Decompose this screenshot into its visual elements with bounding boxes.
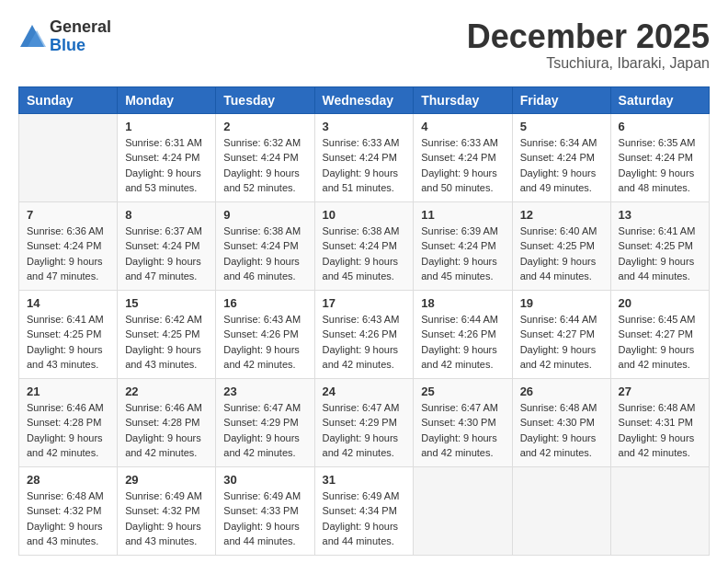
day-number: 25 [421,385,504,398]
title-block: December 2025 Tsuchiura, Ibaraki, Japan [467,18,710,72]
day-info: Sunrise: 6:46 AMSunset: 4:28 PMDaylight:… [125,400,208,461]
logo: General Blue [18,18,111,55]
day-info: Sunrise: 6:37 AMSunset: 4:24 PMDaylight:… [125,224,208,284]
calendar-cell: 9Sunrise: 6:38 AMSunset: 4:24 PMDaylight… [216,201,314,290]
logo-blue: Blue [50,37,111,55]
day-info: Sunrise: 6:35 AMSunset: 4:24 PMDaylight:… [619,135,701,196]
day-info: Sunrise: 6:40 AMSunset: 4:25 PMDaylight:… [520,224,603,284]
day-number: 2 [223,120,306,133]
day-number: 16 [223,296,306,310]
calendar-cell: 3Sunrise: 6:33 AMSunset: 4:24 PMDaylight… [314,113,414,201]
calendar-cell: 5Sunrise: 6:34 AMSunset: 4:24 PMDaylight… [512,113,610,201]
day-info: Sunrise: 6:47 AMSunset: 4:29 PMDaylight:… [223,400,306,461]
day-number: 23 [223,385,306,398]
calendar-cell: 25Sunrise: 6:47 AMSunset: 4:30 PMDayligh… [414,378,512,466]
day-info: Sunrise: 6:32 AMSunset: 4:24 PMDaylight:… [223,135,306,196]
day-number: 20 [619,296,701,310]
day-number: 28 [27,473,109,487]
day-info: Sunrise: 6:48 AMSunset: 4:31 PMDaylight:… [619,400,701,461]
logo-general: General [50,18,111,37]
day-number: 4 [421,120,504,133]
day-info: Sunrise: 6:43 AMSunset: 4:26 PMDaylight:… [223,312,306,373]
day-info: Sunrise: 6:31 AMSunset: 4:24 PMDaylight:… [125,135,208,196]
calendar-week-row: 7Sunrise: 6:36 AMSunset: 4:24 PMDaylight… [19,201,710,290]
calendar-cell: 4Sunrise: 6:33 AMSunset: 4:24 PMDaylight… [414,113,512,201]
day-number: 9 [223,208,306,222]
day-info: Sunrise: 6:33 AMSunset: 4:24 PMDaylight:… [421,135,504,196]
calendar-week-row: 14Sunrise: 6:41 AMSunset: 4:25 PMDayligh… [19,290,710,378]
calendar-week-row: 1Sunrise: 6:31 AMSunset: 4:24 PMDaylight… [19,113,710,201]
calendar-cell: 1Sunrise: 6:31 AMSunset: 4:24 PMDaylight… [118,113,216,201]
day-info: Sunrise: 6:44 AMSunset: 4:27 PMDaylight:… [520,312,603,373]
calendar-cell: 14Sunrise: 6:41 AMSunset: 4:25 PMDayligh… [19,290,118,378]
calendar-cell: 11Sunrise: 6:39 AMSunset: 4:24 PMDayligh… [414,201,512,290]
calendar-cell: 28Sunrise: 6:48 AMSunset: 4:32 PMDayligh… [19,466,118,555]
calendar-cell: 27Sunrise: 6:48 AMSunset: 4:31 PMDayligh… [610,378,709,466]
calendar-cell: 2Sunrise: 6:32 AMSunset: 4:24 PMDaylight… [216,113,314,201]
day-info: Sunrise: 6:47 AMSunset: 4:30 PMDaylight:… [421,400,504,461]
day-info: Sunrise: 6:47 AMSunset: 4:29 PMDaylight:… [323,400,406,461]
day-info: Sunrise: 6:49 AMSunset: 4:32 PMDaylight:… [125,488,208,549]
month-title: December 2025 [467,18,710,55]
day-number: 24 [323,385,406,398]
calendar-cell [512,466,610,555]
day-info: Sunrise: 6:34 AMSunset: 4:24 PMDaylight:… [520,135,603,196]
day-number: 3 [323,120,406,133]
day-number: 6 [619,120,701,133]
day-number: 8 [125,208,208,222]
day-info: Sunrise: 6:39 AMSunset: 4:24 PMDaylight:… [421,224,504,284]
day-info: Sunrise: 6:41 AMSunset: 4:25 PMDaylight:… [619,224,701,284]
day-number: 29 [125,473,208,487]
calendar-cell: 26Sunrise: 6:48 AMSunset: 4:30 PMDayligh… [512,378,610,466]
day-info: Sunrise: 6:33 AMSunset: 4:24 PMDaylight:… [323,135,406,196]
day-info: Sunrise: 6:42 AMSunset: 4:25 PMDaylight:… [125,312,208,373]
day-number: 18 [421,296,504,310]
day-number: 22 [125,385,208,398]
calendar-cell: 16Sunrise: 6:43 AMSunset: 4:26 PMDayligh… [216,290,314,378]
day-info: Sunrise: 6:38 AMSunset: 4:24 PMDaylight:… [223,224,306,284]
day-number: 26 [520,385,603,398]
day-info: Sunrise: 6:46 AMSunset: 4:28 PMDaylight:… [27,400,109,461]
logo-icon [18,23,46,51]
calendar-cell [19,113,118,201]
calendar-weekday-sunday: Sunday [19,86,118,113]
calendar-cell: 23Sunrise: 6:47 AMSunset: 4:29 PMDayligh… [216,378,314,466]
calendar-weekday-friday: Friday [512,86,610,113]
calendar-cell [610,466,709,555]
calendar-cell: 19Sunrise: 6:44 AMSunset: 4:27 PMDayligh… [512,290,610,378]
day-number: 19 [520,296,603,310]
day-number: 21 [27,385,109,398]
calendar-cell: 31Sunrise: 6:49 AMSunset: 4:34 PMDayligh… [314,466,414,555]
logo-text: General Blue [50,18,111,55]
day-info: Sunrise: 6:49 AMSunset: 4:33 PMDaylight:… [223,488,306,549]
day-number: 14 [27,296,109,310]
calendar-cell: 22Sunrise: 6:46 AMSunset: 4:28 PMDayligh… [118,378,216,466]
location: Tsuchiura, Ibaraki, Japan [467,55,710,72]
day-number: 17 [323,296,406,310]
calendar-weekday-monday: Monday [118,86,216,113]
day-info: Sunrise: 6:48 AMSunset: 4:32 PMDaylight:… [27,488,109,549]
day-number: 31 [323,473,406,487]
day-info: Sunrise: 6:41 AMSunset: 4:25 PMDaylight:… [27,312,109,373]
calendar-cell [414,466,512,555]
calendar-header-row: SundayMondayTuesdayWednesdayThursdayFrid… [19,86,710,113]
day-number: 10 [323,208,406,222]
day-info: Sunrise: 6:38 AMSunset: 4:24 PMDaylight:… [323,224,406,284]
calendar-cell: 30Sunrise: 6:49 AMSunset: 4:33 PMDayligh… [216,466,314,555]
day-info: Sunrise: 6:49 AMSunset: 4:34 PMDaylight:… [323,488,406,549]
day-info: Sunrise: 6:43 AMSunset: 4:26 PMDaylight:… [323,312,406,373]
day-number: 15 [125,296,208,310]
calendar-table: SundayMondayTuesdayWednesdayThursdayFrid… [18,86,710,556]
calendar-cell: 12Sunrise: 6:40 AMSunset: 4:25 PMDayligh… [512,201,610,290]
calendar-cell: 17Sunrise: 6:43 AMSunset: 4:26 PMDayligh… [314,290,414,378]
calendar-weekday-thursday: Thursday [414,86,512,113]
calendar-cell: 20Sunrise: 6:45 AMSunset: 4:27 PMDayligh… [610,290,709,378]
calendar-cell: 18Sunrise: 6:44 AMSunset: 4:26 PMDayligh… [414,290,512,378]
day-number: 5 [520,120,603,133]
calendar-weekday-saturday: Saturday [610,86,709,113]
day-number: 11 [421,208,504,222]
day-info: Sunrise: 6:44 AMSunset: 4:26 PMDaylight:… [421,312,504,373]
day-info: Sunrise: 6:36 AMSunset: 4:24 PMDaylight:… [27,224,109,284]
calendar-week-row: 21Sunrise: 6:46 AMSunset: 4:28 PMDayligh… [19,378,710,466]
calendar-cell: 7Sunrise: 6:36 AMSunset: 4:24 PMDaylight… [19,201,118,290]
